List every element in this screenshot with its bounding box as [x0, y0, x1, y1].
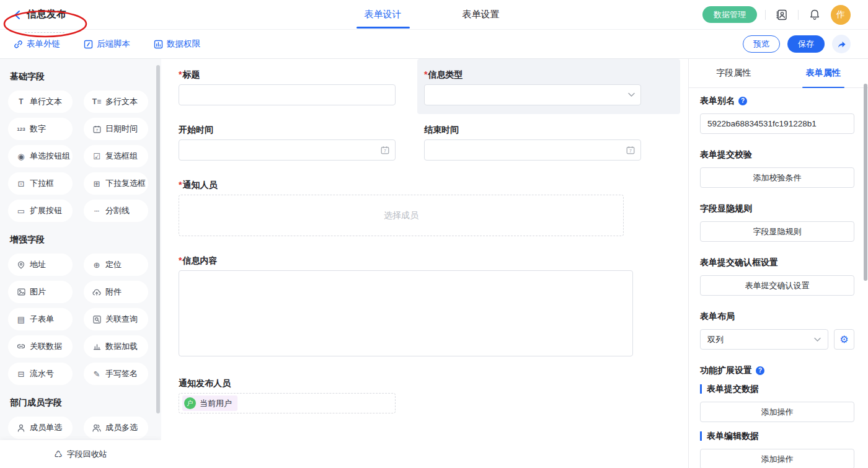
- field-label: 关联查询: [105, 314, 138, 325]
- tab-field-properties-label: 字段属性: [716, 68, 751, 79]
- add-submit-action-button[interactable]: 添加操作: [700, 402, 854, 422]
- dropdown-multi-icon: ⊞: [92, 179, 102, 188]
- user-avatar[interactable]: 作: [831, 5, 851, 25]
- properties-tabs: 字段属性 表单属性: [689, 59, 868, 88]
- field-dropdown[interactable]: ⊡下拉框: [8, 172, 73, 195]
- field-checkbox-group[interactable]: ☑复选框组: [84, 145, 148, 167]
- field-linked-data[interactable]: 关联数据: [8, 335, 73, 358]
- field-label: 手写签名: [105, 368, 138, 379]
- active-tab-underline: [802, 87, 844, 89]
- field-label: *信息内容: [179, 256, 673, 265]
- current-user-tag[interactable]: 户 当前用户: [182, 395, 237, 411]
- start-time-input[interactable]: 7: [179, 139, 396, 161]
- layout-select[interactable]: 双列: [700, 329, 828, 350]
- sidebar-scrollbar[interactable]: [156, 65, 160, 413]
- field-label: 子表单: [30, 314, 54, 325]
- field-signature[interactable]: ✎手写签名: [84, 363, 148, 385]
- preview-button[interactable]: 预览: [743, 35, 780, 53]
- field-label: *信息类型: [424, 70, 673, 79]
- divider: [798, 10, 799, 20]
- field-geolocation[interactable]: ⊕定位: [84, 254, 148, 276]
- backend-script-action[interactable]: 后端脚本: [84, 38, 130, 50]
- layout-settings-button[interactable]: ⚙: [834, 329, 854, 350]
- submit-confirm-button[interactable]: 表单提交确认设置: [700, 275, 854, 296]
- field-attachment[interactable]: 附件: [84, 281, 148, 303]
- external-link-action[interactable]: 表单外链: [14, 38, 60, 50]
- tab-form-design[interactable]: 表单设计: [365, 0, 402, 29]
- field-block-start-time[interactable]: 开始时间 7: [172, 114, 402, 169]
- properties-body: 表单别名 ? 表单提交校验 添加校验条件 字段显隐规则 字段显隐规则 表单提交确…: [689, 88, 868, 468]
- radio-icon: ◉: [16, 152, 26, 161]
- field-single-line-text[interactable]: T单行文本: [8, 91, 73, 113]
- panel-scrollbar[interactable]: [864, 84, 867, 281]
- field-multi-line-text[interactable]: T≡多行文本: [84, 91, 148, 113]
- info-content-textarea[interactable]: [179, 270, 633, 356]
- form-canvas[interactable]: *标题 *信息类型 开始时间: [161, 59, 688, 468]
- publisher-picker[interactable]: 户 当前用户: [179, 393, 396, 413]
- field-extend-button[interactable]: ▭扩展按钮: [8, 200, 73, 222]
- field-block-title[interactable]: *标题: [172, 59, 402, 114]
- field-label: 流水号: [30, 368, 54, 379]
- required-mark: *: [179, 255, 182, 265]
- field-dropdown-multi[interactable]: ⊞下拉复选框: [84, 172, 148, 195]
- start-time-text[interactable]: [179, 139, 396, 161]
- permission-icon: [154, 40, 163, 49]
- calendar-icon: 7: [92, 125, 102, 133]
- field-label: 日期时间: [105, 123, 138, 135]
- tab-form-settings[interactable]: 表单设置: [463, 0, 500, 29]
- field-block-notify-members[interactable]: *通知人员 选择成员: [172, 169, 680, 245]
- field-member-single[interactable]: 成员单选: [8, 417, 73, 439]
- help-icon[interactable]: ?: [756, 366, 764, 375]
- field-radio-group[interactable]: ◉单选按钮组: [8, 145, 73, 167]
- field-block-info-type[interactable]: *信息类型: [417, 59, 680, 114]
- properties-panel: 字段属性 表单属性 表单别名 ? 表单提交校验 添加校验条件 字段显隐规则 字段…: [688, 59, 868, 468]
- field-divider-line[interactable]: ┄分割线: [84, 200, 148, 222]
- recycle-icon: ♺: [54, 449, 62, 460]
- visibility-rules-button[interactable]: 字段显隐规则: [700, 221, 854, 242]
- field-image[interactable]: 图片: [8, 281, 73, 303]
- field-block-info-content[interactable]: *信息内容: [172, 245, 680, 368]
- submit-validation-heading: 表单提交校验: [700, 150, 854, 159]
- tab-field-properties[interactable]: 字段属性: [689, 59, 779, 87]
- back-icon[interactable]: [14, 10, 20, 20]
- data-manage-button[interactable]: 数据管理: [702, 6, 757, 23]
- info-type-select[interactable]: [424, 84, 641, 105]
- form-alias-input[interactable]: [700, 113, 854, 134]
- svg-text:7: 7: [384, 149, 386, 153]
- help-icon[interactable]: ?: [738, 97, 747, 105]
- app-header: 信息发布 表单设计 表单设置 数据管理: [0, 0, 868, 30]
- image-icon: [16, 288, 26, 296]
- notification-bell-icon[interactable]: [807, 7, 823, 23]
- field-label: 数字: [30, 123, 46, 135]
- end-time-input[interactable]: 7: [424, 139, 641, 161]
- field-address[interactable]: 地址: [8, 254, 73, 276]
- save-button[interactable]: 保存: [787, 35, 825, 53]
- field-number[interactable]: 123数字: [8, 118, 73, 140]
- field-member-multi[interactable]: 成员多选: [84, 417, 148, 439]
- field-datetime[interactable]: 7日期时间: [84, 118, 148, 140]
- location-pin-icon: [16, 261, 26, 269]
- add-edit-action-button[interactable]: 添加操作: [700, 449, 854, 468]
- title-input[interactable]: [179, 84, 396, 105]
- field-data-load[interactable]: 数据加载: [84, 335, 148, 358]
- number-icon: 123: [16, 126, 26, 132]
- data-permission-action[interactable]: 数据权限: [154, 38, 200, 50]
- share-button[interactable]: [832, 35, 851, 53]
- add-validation-button[interactable]: 添加校验条件: [700, 167, 854, 188]
- field-recycle-bin[interactable]: ♺ 字段回收站: [0, 440, 161, 468]
- visibility-rules-heading: 字段显隐规则: [700, 204, 854, 213]
- end-time-text[interactable]: [424, 139, 641, 161]
- contact-book-icon[interactable]: [774, 7, 790, 23]
- back-group[interactable]: 信息发布: [0, 8, 161, 21]
- member-picker[interactable]: 选择成员: [179, 195, 624, 236]
- chain-icon: [16, 343, 26, 350]
- tab-form-properties[interactable]: 表单属性: [779, 59, 868, 87]
- field-linked-query[interactable]: 关联查询: [84, 308, 148, 330]
- field-label: 单选按钮组: [30, 151, 70, 162]
- field-serial-number[interactable]: ⊟流水号: [8, 363, 73, 385]
- field-subform[interactable]: ▤子表单: [8, 308, 73, 330]
- field-label: 扩展按钮: [30, 205, 62, 216]
- field-block-end-time[interactable]: 结束时间 7: [417, 114, 680, 169]
- field-block-notify-publisher[interactable]: 通知发布人员 户 当前用户: [172, 368, 680, 422]
- header-actions: 数据管理 作: [702, 5, 868, 25]
